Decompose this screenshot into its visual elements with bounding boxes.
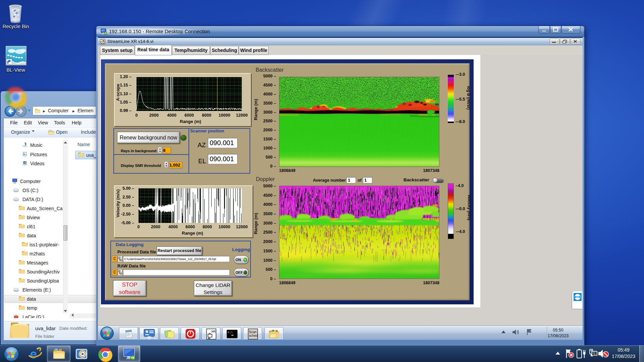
svg-text:!: !: [594, 354, 595, 356]
svg-text:e: e: [30, 347, 37, 361]
svg-text:sched: sched: [249, 334, 258, 338]
svg-text:XR: XR: [211, 329, 215, 333]
svg-text:C:\: C:\: [228, 331, 233, 334]
svg-text:Scan: Scan: [249, 330, 257, 334]
